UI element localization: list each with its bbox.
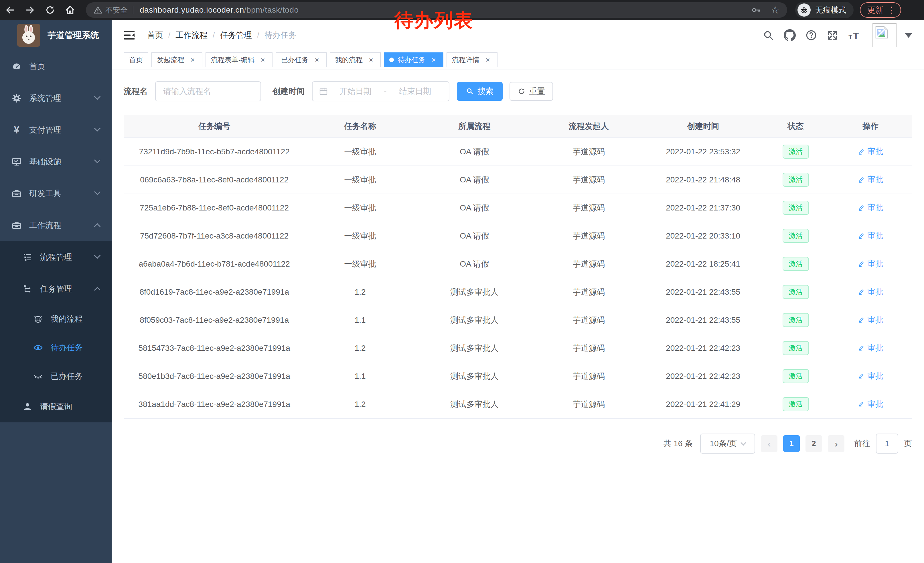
cell-action: 审批 <box>829 371 912 382</box>
approve-link[interactable]: 审批 <box>858 399 884 410</box>
cell-status: 激活 <box>762 397 829 411</box>
sidebar-item-home[interactable]: 首页 <box>0 50 112 82</box>
fullscreen-icon <box>826 30 838 41</box>
sidebar-item-dev-tools[interactable]: 研发工具 <box>0 177 112 209</box>
avatar-dropdown-caret[interactable] <box>904 33 912 38</box>
github-link[interactable] <box>784 29 796 41</box>
column-starter: 流程发起人 <box>534 121 644 132</box>
browser-home-button[interactable] <box>60 0 80 20</box>
cell-starter: 芋道源码 <box>534 203 644 213</box>
sidebar-item-process-management[interactable]: 流程管理 <box>0 241 112 273</box>
prev-page-button[interactable]: ‹ <box>761 435 777 452</box>
tab-done-tasks[interactable]: 已办任务 <box>276 53 327 67</box>
eye-open-icon <box>33 343 43 353</box>
column-process: 所属流程 <box>416 121 534 132</box>
status-badge: 激活 <box>783 145 809 159</box>
font-size-button[interactable]: TT <box>848 30 861 41</box>
sidebar-collapse-button[interactable] <box>123 30 136 41</box>
approve-link[interactable]: 审批 <box>858 146 884 157</box>
breadcrumb-task-management[interactable]: 任务管理 <box>220 30 252 41</box>
approve-link[interactable]: 审批 <box>858 202 884 213</box>
browser-back-button[interactable] <box>0 0 20 20</box>
sidebar-item-system[interactable]: 系统管理 <box>0 82 112 114</box>
breadcrumb-home[interactable]: 首页 <box>147 30 163 41</box>
address-bar[interactable]: 不安全 dashboard.yudao.iocoder.cn/bpm/task/… <box>86 2 787 18</box>
user-avatar-broken-image[interactable] <box>873 23 897 47</box>
sidebar-item-infrastructure[interactable]: 基础设施 <box>0 146 112 177</box>
date-range-separator: - <box>383 87 388 96</box>
bookmark-star-button[interactable]: ☆ <box>771 5 780 15</box>
tab-close-icon[interactable] <box>258 56 267 64</box>
approve-link[interactable]: 审批 <box>858 258 884 269</box>
approve-link[interactable]: 审批 <box>858 342 884 353</box>
browser-forward-button[interactable] <box>20 0 40 20</box>
chrome-update-button[interactable]: 更新 ⋮ <box>860 2 901 18</box>
date-range-picker[interactable]: 开始日期 - 结束日期 <box>312 81 449 101</box>
process-name-input[interactable] <box>155 81 261 101</box>
sidebar-logo[interactable]: 芋道管理系统 <box>0 20 112 50</box>
incognito-badge: 无痕模式 <box>795 2 854 18</box>
approve-link[interactable]: 审批 <box>858 371 884 381</box>
security-label: 不安全 <box>105 5 128 15</box>
approve-link[interactable]: 审批 <box>858 230 884 241</box>
tab-close-icon[interactable] <box>429 56 438 64</box>
sidebar-item-payment[interactable]: ¥ 支付管理 <box>0 114 112 146</box>
sidebar-item-leave-query[interactable]: 请假查询 <box>0 390 112 422</box>
sidebar-item-task-management[interactable]: 任务管理 <box>0 273 112 305</box>
table-row: 8f0d1619-7ac8-11ec-a9e2-a2380e71991a 1.2… <box>124 278 912 306</box>
eye-closed-icon <box>33 371 43 381</box>
table-row: 069c6a63-7b8a-11ec-8ef0-acde48001122 一级审… <box>124 166 912 194</box>
page-button-1[interactable]: 1 <box>783 435 800 452</box>
tab-process-detail[interactable]: 流程详情 <box>447 53 498 67</box>
tab-close-icon[interactable] <box>313 56 321 64</box>
page-size-select[interactable]: 10条/页 <box>700 434 755 453</box>
edit-pen-icon <box>858 232 865 239</box>
next-page-button[interactable]: › <box>828 435 844 452</box>
sidebar-item-done-tasks[interactable]: 已办任务 <box>0 362 112 390</box>
cell-process: 测试多审批人 <box>416 343 534 354</box>
cell-task-id: 725a1eb6-7b88-11ec-8ef0-acde48001122 <box>124 203 305 213</box>
edit-pen-icon <box>858 260 865 267</box>
tab-todo-tasks[interactable]: 待办任务 <box>384 53 443 67</box>
status-badge: 激活 <box>783 369 809 383</box>
sidebar-item-workflow[interactable]: 工作流程 <box>0 209 112 241</box>
cell-process: OA 请假 <box>416 174 534 185</box>
sidebar-item-label: 请假查询 <box>40 401 72 412</box>
breadcrumb-workflow[interactable]: 工作流程 <box>176 30 207 41</box>
cell-create-time: 2022-01-21 22:41:29 <box>644 400 762 409</box>
tab-close-icon[interactable] <box>483 56 492 64</box>
cell-status: 激活 <box>762 201 829 215</box>
header-search-button[interactable] <box>762 30 774 41</box>
cell-process: OA 请假 <box>416 258 534 269</box>
fullscreen-button[interactable] <box>826 30 838 41</box>
tab-close-icon[interactable] <box>367 56 375 64</box>
approve-link[interactable]: 审批 <box>858 174 884 185</box>
tab-close-icon[interactable] <box>188 56 197 64</box>
column-task-name: 任务名称 <box>305 121 416 132</box>
sidebar-item-my-process[interactable]: 我的流程 <box>0 305 112 333</box>
goto-page-input[interactable] <box>876 434 898 453</box>
browser-menu-icon[interactable]: ⋮ <box>887 6 896 14</box>
cell-create-time: 2022-01-22 20:33:10 <box>644 231 762 240</box>
sidebar-item-todo-tasks[interactable]: 待办任务 <box>0 333 112 362</box>
search-button[interactable]: 搜索 <box>457 82 502 101</box>
sidebar-item-label: 首页 <box>29 61 45 72</box>
approve-link[interactable]: 审批 <box>858 314 884 325</box>
tab-start-process[interactable]: 发起流程 <box>152 53 202 67</box>
approve-link[interactable]: 审批 <box>858 286 884 297</box>
browser-reload-button[interactable] <box>40 0 60 20</box>
sidebar-item-label: 待办任务 <box>51 342 83 353</box>
tab-home[interactable]: 首页 <box>124 53 148 67</box>
page-button-2[interactable]: 2 <box>806 435 822 452</box>
cell-status: 激活 <box>762 341 829 355</box>
top-navbar: 首页 / 工作流程 / 任务管理 / 待办任务 TT <box>112 20 924 50</box>
cell-action: 审批 <box>829 146 912 157</box>
help-doc-button[interactable] <box>806 30 817 41</box>
status-badge: 激活 <box>783 313 809 327</box>
tab-my-process[interactable]: 我的流程 <box>330 53 381 67</box>
refresh-icon <box>518 87 525 95</box>
cell-status: 激活 <box>762 145 829 159</box>
tab-form-edit[interactable]: 流程表单-编辑 <box>206 53 273 67</box>
password-key-button[interactable] <box>751 5 761 15</box>
reset-button[interactable]: 重置 <box>510 82 553 101</box>
